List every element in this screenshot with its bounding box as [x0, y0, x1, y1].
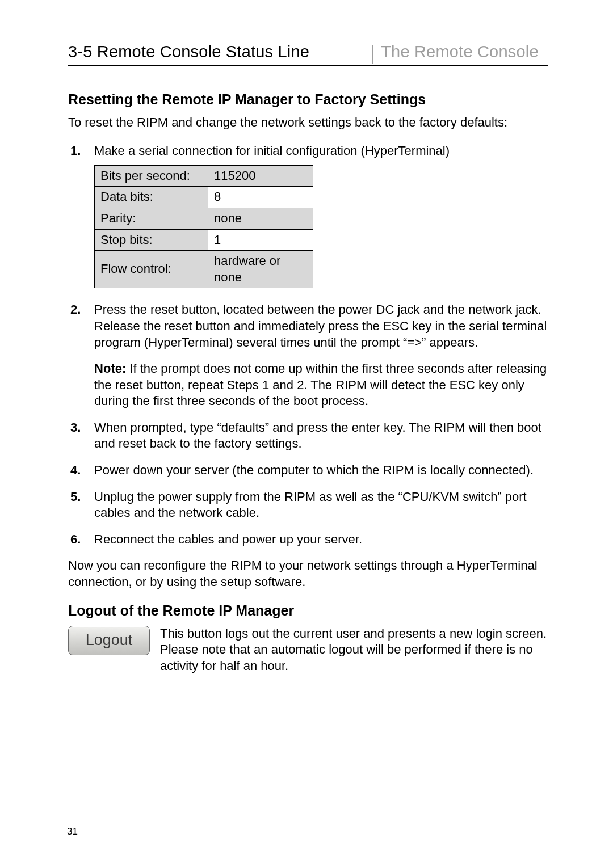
header-section-title: 3-5 Remote Console Status Line — [68, 43, 309, 61]
section-heading-logout: Logout of the Remote IP Manager — [68, 602, 548, 619]
serial-settings-table: Bits per second: 115200 Data bits: 8 Par… — [94, 165, 313, 289]
step-text: Reconnect the cables and power up your s… — [94, 532, 362, 546]
logout-description: This button logs out the current user an… — [160, 626, 548, 675]
table-row: Stop bits: 1 — [95, 229, 313, 251]
list-item: 4. Power down your server (the computer … — [86, 462, 548, 479]
table-cell-label: Data bits: — [95, 187, 208, 208]
note-block: Note: If the prompt does not come up wit… — [94, 361, 548, 410]
step-text: Press the reset button, located between … — [94, 302, 547, 349]
table-cell-label: Bits per second: — [95, 165, 208, 187]
table-cell-value: 8 — [208, 187, 313, 208]
table-cell-label: Stop bits: — [95, 229, 208, 251]
document-page: 3-5 Remote Console Status Line The Remot… — [0, 0, 613, 868]
section-heading-reset: Resetting the Remote IP Manager to Facto… — [68, 91, 548, 108]
table-row: Bits per second: 115200 — [95, 165, 313, 187]
reset-outro-text: Now you can reconfigure the RIPM to your… — [68, 558, 548, 589]
table-cell-value: none — [208, 208, 313, 229]
list-item: 5. Unplug the power supply from the RIPM… — [86, 489, 548, 521]
logout-button[interactable]: Logout — [68, 626, 150, 655]
step-text: When prompted, type “defaults” and press… — [94, 420, 541, 451]
table-row: Flow control: hardware or none — [95, 251, 313, 288]
header-separator — [372, 45, 373, 64]
reset-steps-list: 1. Make a serial connection for initial … — [68, 143, 548, 547]
reset-intro-text: To reset the RIPM and change the network… — [68, 115, 548, 130]
list-item: 3. When prompted, type “defaults” and pr… — [86, 420, 548, 452]
table-row: Parity: none — [95, 208, 313, 229]
note-text: If the prompt does not come up within th… — [94, 361, 547, 408]
header-chapter-title: The Remote Console — [381, 43, 539, 61]
step-number: 1. — [70, 143, 81, 159]
list-item: 6. Reconnect the cables and power up you… — [86, 532, 548, 548]
list-item: 2. Press the reset button, located betwe… — [86, 302, 548, 410]
page-number: 31 — [67, 826, 78, 837]
step-number: 5. — [70, 489, 81, 505]
logout-row: Logout This button logs out the current … — [68, 626, 548, 675]
page-header: 3-5 Remote Console Status Line The Remot… — [68, 43, 548, 66]
table-cell-value: 1 — [208, 229, 313, 251]
step-number: 6. — [70, 532, 81, 548]
table-cell-label: Flow control: — [95, 251, 208, 288]
step-text: Make a serial connection for initial con… — [94, 144, 450, 158]
table-cell-value: hardware or none — [208, 251, 313, 288]
step-text: Unplug the power supply from the RIPM as… — [94, 490, 527, 520]
table-cell-label: Parity: — [95, 208, 208, 229]
step-number: 3. — [70, 420, 81, 436]
table-row: Data bits: 8 — [95, 187, 313, 208]
step-text: Power down your server (the computer to … — [94, 463, 534, 477]
step-number: 2. — [70, 302, 81, 318]
list-item: 1. Make a serial connection for initial … — [86, 143, 548, 288]
note-label: Note: — [94, 361, 126, 376]
table-cell-value: 115200 — [208, 165, 313, 187]
step-number: 4. — [70, 462, 81, 479]
